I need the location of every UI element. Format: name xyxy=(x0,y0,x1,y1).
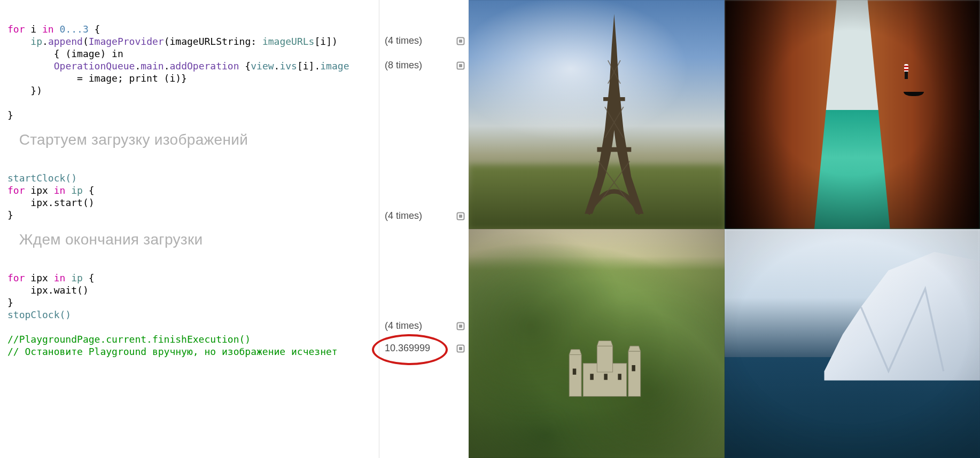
closure-header: { (image) in xyxy=(54,48,123,59)
call-addoperation: addOperation xyxy=(169,60,239,72)
svg-rect-1 xyxy=(459,40,462,43)
assign-line: = image; print (i)} xyxy=(77,73,187,84)
comment-stop-note: // Остановите Playground вручную, но изо… xyxy=(7,346,338,357)
quicklook-icon[interactable] xyxy=(456,211,465,221)
comment-finish: //PlaygroundPage.current.finishExecution… xyxy=(7,334,251,345)
quicklook-icon[interactable] xyxy=(456,36,465,46)
result-value: (8 times) xyxy=(385,60,422,71)
arg-label: imageURLString: xyxy=(170,36,257,47)
prop-main: main xyxy=(141,60,164,72)
preview-image-castle-hill xyxy=(469,229,725,458)
live-view xyxy=(469,0,980,458)
result-value: (4 times) xyxy=(385,35,422,46)
editor-area: for i in 0...3 { ip.append(ImageProvider… xyxy=(0,0,469,458)
keyword-for: for xyxy=(7,23,25,35)
quicklook-icon[interactable] xyxy=(456,344,465,353)
quicklook-icon[interactable] xyxy=(456,321,465,331)
preview-image-venice-canal xyxy=(725,0,981,229)
result-row: (4 times) xyxy=(379,210,469,222)
svg-rect-7 xyxy=(459,325,462,328)
keyword-in: in xyxy=(42,23,54,35)
section-heading-wait: Ждем окончания загрузки xyxy=(19,231,203,248)
results-sidebar: (4 times) (8 times) (4 times) (4 times) xyxy=(379,0,469,458)
svg-rect-3 xyxy=(459,64,462,67)
preview-image-eiffel-tower xyxy=(469,0,725,229)
type-operationqueue: OperationQueue xyxy=(54,60,135,72)
closure-close: }) xyxy=(30,85,42,96)
prop-image: image xyxy=(320,60,349,72)
svg-rect-5 xyxy=(459,215,462,218)
result-value: (4 times) xyxy=(385,210,422,222)
result-value: 10.369999 xyxy=(385,343,430,354)
var-view: view xyxy=(251,60,274,72)
svg-rect-9 xyxy=(459,347,462,350)
call-append: append xyxy=(48,36,83,47)
result-row: 10.369999 xyxy=(379,343,469,354)
result-value: (4 times) xyxy=(385,320,422,331)
call-ipx-start: ipx.start() xyxy=(30,197,94,208)
code-editor[interactable]: for i in 0...3 { ip.append(ImageProvider… xyxy=(0,0,379,458)
call-ipx-wait: ipx.wait() xyxy=(30,285,88,296)
quicklook-icon[interactable] xyxy=(456,61,465,70)
range-literal: 0...3 xyxy=(60,23,89,35)
var-imageurls: imageURLs xyxy=(262,36,315,47)
var-ivs: ivs xyxy=(279,60,297,72)
type-imageprovider: ImageProvider xyxy=(89,36,164,47)
result-row: (8 times) xyxy=(379,60,469,71)
preview-image-iceberg xyxy=(725,229,981,458)
section-heading-start: Стартуем загрузку изображений xyxy=(19,131,248,148)
result-row: (4 times) xyxy=(379,320,469,331)
call-startclock: startClock() xyxy=(7,172,77,184)
playground-root: for i in 0...3 { ip.append(ImageProvider… xyxy=(0,0,980,458)
var-ip: ip xyxy=(30,36,42,47)
result-row: (4 times) xyxy=(379,35,469,46)
call-stopclock: stopClock() xyxy=(7,309,71,320)
